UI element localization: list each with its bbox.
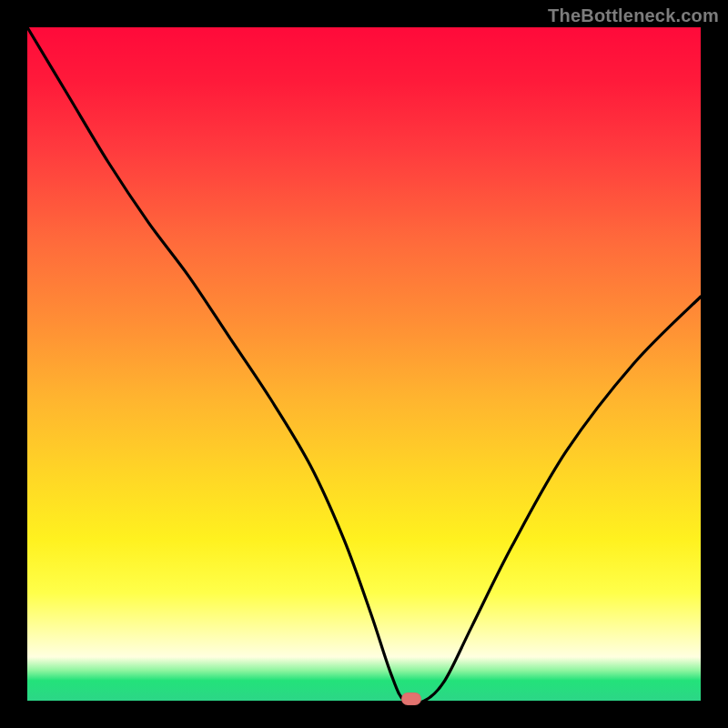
optimal-marker [401,693,421,705]
chart-frame: TheBottleneck.com [0,0,728,728]
plot-area [27,27,701,701]
bottleneck-curve [27,27,701,701]
watermark-label: TheBottleneck.com [548,5,719,26]
